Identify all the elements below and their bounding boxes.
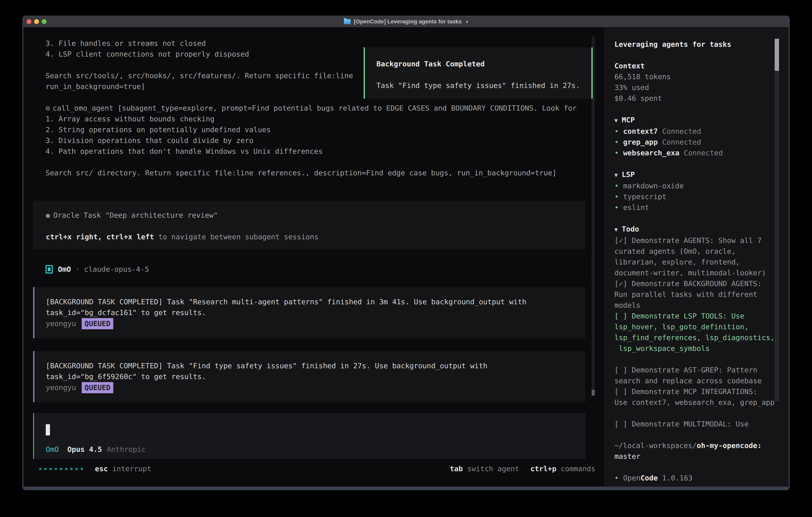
minimize-button[interactable] <box>34 19 39 24</box>
mcp-section-header[interactable]: ▼MCP <box>614 114 789 126</box>
spinner-dot <box>50 468 52 470</box>
collapse-triangle-icon: ▼ <box>614 117 618 124</box>
input-provider-label: Anthropic <box>107 444 146 455</box>
status-bar-left: esc interrupt <box>39 463 151 474</box>
fisheye-icon: ◉ <box>46 211 50 219</box>
bullet-icon: • <box>614 202 619 213</box>
window-title-text: [OpenCode] Leveraging agents for tasks <box>354 19 462 25</box>
navigation-hint: ctrl+x right, ctrl+x left to navigate be… <box>46 232 585 242</box>
lsp-item-name: eslint <box>623 202 649 213</box>
tab-key-hint: tab <box>450 463 463 474</box>
status-bar-right: tab switch agent ctrl+p commands <box>450 463 596 474</box>
close-button[interactable] <box>27 19 31 24</box>
bullet-icon: • <box>614 181 619 191</box>
oracle-task-line: ◉Oracle Task "Deep architecture review" <box>46 210 585 221</box>
window-title: [OpenCode] Leveraging agents for tasks ◑ <box>344 19 468 25</box>
agent-name: OmO <box>58 264 71 275</box>
spinner-dot <box>81 468 83 470</box>
task-message-text: [BACKGROUND TASK COMPLETED] Task "Resear… <box>46 297 585 318</box>
task-message-meta: yeongyu QUEUED <box>46 318 585 329</box>
notification-title: Background Task Completed <box>376 59 591 70</box>
input-agent-label: OmO <box>46 444 59 455</box>
workspace-branch: master <box>614 451 789 462</box>
task-author: yeongyu <box>46 382 76 393</box>
oracle-task-box: ◉Oracle Task "Deep architecture review" … <box>33 201 585 249</box>
mcp-item-status: Connected <box>684 147 723 158</box>
status-badge: QUEUED <box>82 382 113 393</box>
agent-call-text: call_omo_agent [subagent_type=explore, p… <box>53 104 577 112</box>
terminal-content: 3. File handles or streams not closed 4.… <box>23 27 789 487</box>
spinner-dot <box>76 468 78 470</box>
workspace-path-prefix: ~/local-workspaces/ <box>614 441 697 450</box>
input-model-label: Opus 4.5 <box>67 444 102 455</box>
sidebar-scrollbar[interactable] <box>775 38 779 401</box>
mcp-item: • context7 Connected <box>614 126 789 137</box>
gear-icon: ⚙ <box>46 104 50 112</box>
status-bar: esc interrupt tab switch agent ctrl+p co… <box>39 463 596 474</box>
spinner-dots <box>39 468 83 470</box>
todo-item: [ ] Demonstrate MCP INTEGRATIONS: Use co… <box>614 386 789 408</box>
todo-item: [ ] Demonstrate AST-GREP: Pattern search… <box>614 365 789 386</box>
bullet-icon: • <box>614 472 619 483</box>
spinner-dot <box>55 468 57 470</box>
lsp-item: • eslint <box>614 202 789 213</box>
todo-heading: Todo <box>622 225 639 233</box>
half-circle-icon: ◑ <box>465 19 468 25</box>
ctrlp-key-label: commands <box>561 463 596 474</box>
oracle-task-title: Oracle Task "Deep architecture review" <box>53 211 218 219</box>
todo-item: [ ] Demonstrate LSP TOOLS: Use lsp_hover… <box>614 311 789 354</box>
mcp-heading: MCP <box>622 116 635 124</box>
opencode-window: [OpenCode] Leveraging agents for tasks ◑… <box>22 16 790 490</box>
spinner-dot <box>45 468 47 470</box>
separator-dot: · <box>75 264 80 275</box>
bullet-icon: • <box>614 147 619 158</box>
hint-description: to navigate between subagent sessions <box>154 233 319 241</box>
sidebar-footer: • OpenCode 1.0.163 <box>614 472 789 483</box>
text-cursor <box>46 424 50 435</box>
lsp-item: • typescript <box>614 191 789 202</box>
context-heading: Context <box>614 61 789 71</box>
sidebar-scrollbar-thumb[interactable] <box>775 39 779 71</box>
brand-prefix: Open <box>623 474 641 482</box>
lsp-item-name: typescript <box>623 191 667 202</box>
hint-shortcut-keys: ctrl+x right, ctrl+x left <box>46 233 154 241</box>
titlebar[interactable]: [OpenCode] Leveraging agents for tasks ◑ <box>23 16 789 27</box>
task-message: [BACKGROUND TASK COMPLETED] Task "Find t… <box>33 351 585 402</box>
ctrlp-key-hint: ctrl+p <box>530 463 556 474</box>
status-badge: QUEUED <box>82 318 113 329</box>
esc-key-hint: esc <box>95 463 108 474</box>
esc-key-label: interrupt <box>112 463 151 474</box>
task-message-text: [BACKGROUND TASK COMPLETED] Task "Find t… <box>46 360 585 382</box>
mcp-item: • grep_app Connected <box>614 137 789 147</box>
brand-suffix: Code <box>640 474 658 482</box>
agent-square-icon <box>46 265 53 273</box>
agent-session-header: OmO · claude-opus-4-5 <box>46 264 149 275</box>
todo-item: [✓] Demonstrate AGENTS: Show all 7 curat… <box>614 235 789 278</box>
agent-call-list: 1. Array access without bounds checking … <box>46 113 597 157</box>
todo-item: [ ] Demonstrate MULTIMODAL: Use <box>614 419 789 430</box>
prompt-input[interactable]: OmO Opus 4.5 Anthropic <box>33 413 585 459</box>
spinner-dot <box>65 468 67 470</box>
task-message-meta: yeongyu QUEUED <box>46 382 585 393</box>
collapse-triangle-icon: ▼ <box>614 172 618 178</box>
mcp-item-status: Connected <box>662 126 701 137</box>
traffic-lights <box>27 19 47 24</box>
spinner-dot <box>60 468 62 470</box>
notification-body: Task "Find type safety issues" finished … <box>376 80 591 91</box>
mcp-item-name: websearch_exa <box>623 147 679 158</box>
tab-key-label: switch agent <box>467 463 519 474</box>
context-details: 66,518 tokens 33% used $0.46 spent <box>614 71 789 104</box>
app-version: 1.0.163 <box>662 472 693 483</box>
task-message: [BACKGROUND TASK COMPLETED] Task "Resear… <box>33 287 585 338</box>
maximize-button[interactable] <box>42 19 47 24</box>
todo-section-header[interactable]: ▼Todo <box>614 224 789 235</box>
lsp-section-header[interactable]: ▼LSP <box>614 169 789 181</box>
bullet-icon: • <box>614 137 619 147</box>
mcp-item-status: Connected <box>662 137 701 147</box>
mcp-item: • websearch_exa Connected <box>614 147 789 158</box>
chat-scrollbar-thumb[interactable] <box>591 390 595 396</box>
lsp-item: • markdown-oxide <box>614 181 789 191</box>
workspace-repo: oh-my-opencode: <box>697 441 762 450</box>
task-author: yeongyu <box>46 318 76 329</box>
agent-call-tail: Search src/ directory. Return specific f… <box>46 167 597 178</box>
